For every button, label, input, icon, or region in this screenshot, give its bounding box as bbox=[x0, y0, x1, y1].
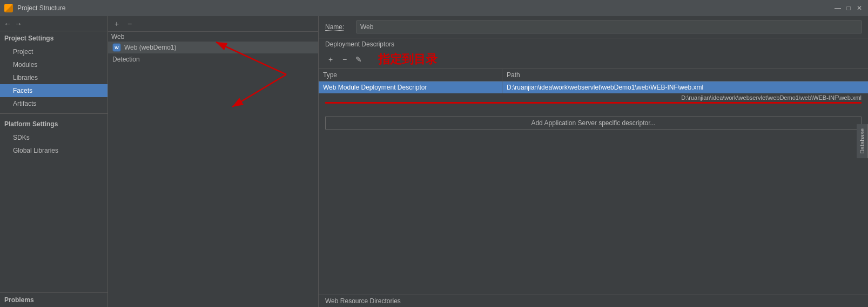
table-header: Type Path bbox=[319, 69, 868, 81]
type-cell: Web Module Deployment Descriptor bbox=[319, 81, 502, 93]
name-row: Name: bbox=[319, 16, 868, 38]
project-settings-header: Project Settings bbox=[0, 31, 107, 45]
web-module-icon: W bbox=[112, 43, 121, 52]
title-bar: Project Structure — □ ✕ bbox=[0, 0, 868, 16]
sidebar-item-global-libraries[interactable]: Global Libraries bbox=[0, 144, 107, 157]
sidebar-item-modules[interactable]: Modules bbox=[0, 58, 107, 71]
deployment-section-title: Deployment Descriptors bbox=[319, 38, 868, 50]
center-add-button[interactable]: + bbox=[111, 18, 122, 29]
deployment-toolbar: + − ✎ 指定到目录 bbox=[319, 50, 868, 69]
minimize-button[interactable]: — bbox=[833, 4, 842, 12]
sidebar: ← → Project Settings Project Modules Lib… bbox=[0, 16, 108, 307]
project-structure-window: Project Structure — □ ✕ ← → Project Sett… bbox=[0, 0, 868, 307]
nav-toolbar: ← → bbox=[0, 16, 107, 31]
deployment-add-button[interactable]: + bbox=[325, 54, 336, 65]
center-remove-button[interactable]: − bbox=[124, 18, 135, 29]
center-toolbar: + − bbox=[108, 16, 318, 32]
sidebar-item-sdks[interactable]: SDKs bbox=[0, 131, 107, 144]
nav-divider bbox=[0, 113, 107, 114]
platform-settings-header: Platform Settings bbox=[0, 117, 107, 131]
tree-item-web[interactable]: W Web (webDemo1) bbox=[108, 42, 318, 53]
deployment-edit-button[interactable]: ✎ bbox=[353, 54, 364, 65]
window-controls: — □ ✕ bbox=[833, 4, 864, 12]
app-icon bbox=[4, 4, 13, 12]
right-panel: Name: Deployment Descriptors + − ✎ 指定到目录… bbox=[319, 16, 868, 307]
add-server-button[interactable]: Add Application Server specific descript… bbox=[325, 117, 862, 129]
problems-section[interactable]: Problems bbox=[0, 292, 107, 307]
web-resource-title: Web Resource Directories bbox=[319, 295, 868, 307]
forward-button[interactable]: → bbox=[13, 18, 24, 29]
name-input[interactable] bbox=[356, 21, 862, 33]
name-label: Name: bbox=[325, 23, 352, 31]
deployment-remove-button[interactable]: − bbox=[339, 54, 350, 65]
table-row[interactable]: Web Module Deployment Descriptor D:\ruan… bbox=[319, 81, 868, 93]
maximize-button[interactable]: □ bbox=[844, 4, 853, 12]
database-tab[interactable]: Database bbox=[857, 124, 868, 158]
path-column-header: Path bbox=[502, 69, 868, 81]
sidebar-item-facets[interactable]: Facets bbox=[0, 84, 107, 97]
main-content: ← → Project Settings Project Modules Lib… bbox=[0, 16, 868, 307]
annotation-path: D:\ruanjian\idea\work\webservlet\webDemo… bbox=[319, 93, 868, 102]
detection-label: Detection bbox=[108, 53, 318, 65]
center-panel: + − Web W Web (webDemo1) Detection bbox=[108, 16, 319, 307]
sidebar-item-project[interactable]: Project bbox=[0, 45, 107, 58]
center-section-label: Web bbox=[108, 32, 318, 42]
tree-item-label: Web (webDemo1) bbox=[124, 44, 176, 51]
annotation-text: 指定到目录 bbox=[378, 51, 438, 67]
type-column-header: Type bbox=[319, 69, 502, 81]
sidebar-item-libraries[interactable]: Libraries bbox=[0, 71, 107, 84]
path-cell: D:\ruanjian\idea\work\webservlet\webDemo… bbox=[502, 81, 868, 93]
close-button[interactable]: ✕ bbox=[855, 4, 864, 12]
sidebar-item-artifacts[interactable]: Artifacts bbox=[0, 97, 107, 110]
back-button[interactable]: ← bbox=[2, 18, 13, 29]
svg-text:W: W bbox=[115, 45, 119, 50]
window-title: Project Structure bbox=[17, 4, 833, 12]
